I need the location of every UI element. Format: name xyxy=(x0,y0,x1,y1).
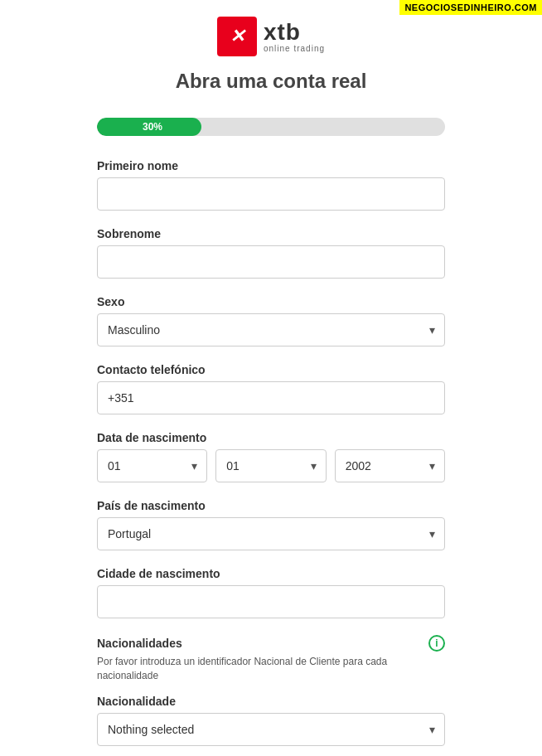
sex-select[interactable]: Masculino Feminino xyxy=(97,313,445,346)
dob-day-select[interactable]: 01 020304 050607 080910 111213 141516 17… xyxy=(97,449,207,482)
progress-bar-wrapper: 30% xyxy=(97,118,445,136)
phone-input[interactable] xyxy=(97,381,445,414)
birth-country-label: País de nascimento xyxy=(97,499,445,512)
logo-x-symbol: ✕ xyxy=(230,26,244,47)
birth-country-select-wrapper: Portugal Brasil Espanha França xyxy=(97,517,445,550)
form-container: 30% Primeiro nome Sobrenome Sexo Masculi… xyxy=(80,118,462,756)
logo-text-area: xtb online trading xyxy=(264,21,325,53)
last-name-input[interactable] xyxy=(97,245,445,279)
first-name-group: Primeiro nome xyxy=(97,159,445,211)
birth-country-select[interactable]: Portugal Brasil Espanha França xyxy=(97,517,445,550)
dob-month-wrapper: 01 020304 050607 080910 1112 xyxy=(215,449,326,482)
sex-select-wrapper: Masculino Feminino xyxy=(97,313,445,346)
dob-label: Data de nascimento xyxy=(97,431,445,444)
progress-label: 30% xyxy=(136,121,162,133)
info-icon[interactable]: i xyxy=(428,635,445,652)
dob-group: Data de nascimento 01 020304 050607 0809… xyxy=(97,431,445,482)
page-header: ✕ xtb online trading Abra uma conta real xyxy=(0,0,542,109)
first-name-input[interactable] xyxy=(97,177,445,211)
nationalities-group: Nacionalidades i Por favor introduza un … xyxy=(97,635,445,756)
sex-label: Sexo xyxy=(97,295,445,308)
progress-bar-fill: 30% xyxy=(97,118,201,136)
nationality-header: Nacionalidades i xyxy=(97,635,445,652)
phone-group: Contacto telefónico xyxy=(97,363,445,414)
logo-container: ✕ xtb online trading xyxy=(217,17,325,56)
dob-month-select[interactable]: 01 020304 050607 080910 1112 xyxy=(215,449,326,482)
dob-row: 01 020304 050607 080910 111213 141516 17… xyxy=(97,449,445,482)
birth-city-group: Cidade de nascimento xyxy=(97,567,445,618)
nationality-select-wrapper: Nothing selected Portuguesa Brasileira E… xyxy=(97,713,445,746)
dob-year-select[interactable]: 2002 19501960 19701980 19902000 20012003… xyxy=(335,449,445,482)
nationality-hint: Por favor introduza un identificador Nac… xyxy=(97,655,445,683)
first-name-label: Primeiro nome xyxy=(97,159,445,172)
last-name-label: Sobrenome xyxy=(97,227,445,240)
birth-country-group: País de nascimento Portugal Brasil Espan… xyxy=(97,499,445,550)
birth-city-input[interactable] xyxy=(97,585,445,618)
logo-brand-text: xtb xyxy=(264,21,325,44)
birth-city-label: Cidade de nascimento xyxy=(97,567,445,580)
nationalities-label: Nacionalidades xyxy=(97,637,182,650)
phone-label: Contacto telefónico xyxy=(97,363,445,376)
page-title: Abra uma conta real xyxy=(176,70,367,93)
sex-group: Sexo Masculino Feminino xyxy=(97,295,445,346)
dob-year-wrapper: 2002 19501960 19701980 19902000 20012003… xyxy=(335,449,445,482)
watermark-badge: NEGOCIOSEDINHEIRO.COM xyxy=(399,0,542,15)
logo-icon: ✕ xyxy=(217,17,257,56)
nationality-label: Nacionalidade xyxy=(97,695,445,708)
dob-day-wrapper: 01 020304 050607 080910 111213 141516 17… xyxy=(97,449,207,482)
logo-sub-text: online trading xyxy=(264,44,325,53)
nationality-select[interactable]: Nothing selected Portuguesa Brasileira E… xyxy=(97,713,445,746)
last-name-group: Sobrenome xyxy=(97,227,445,279)
